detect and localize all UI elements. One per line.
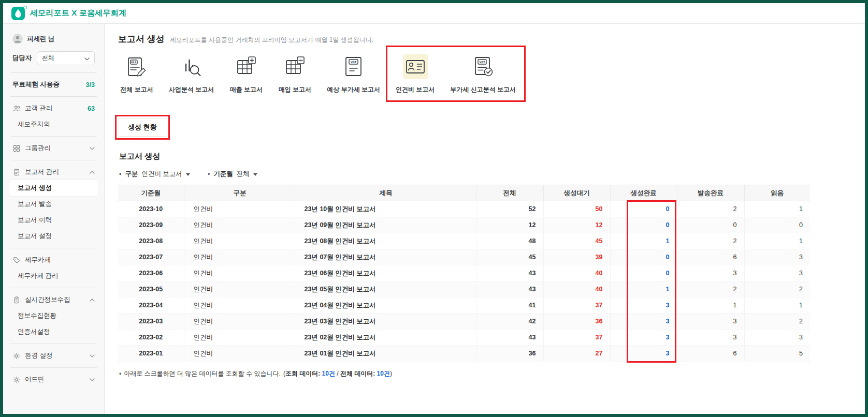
table-row[interactable]: 2023-06인건비23년 06월 인건비 보고서4340033: [118, 265, 810, 281]
cell-base-month: 2023-08: [118, 233, 184, 249]
sidebar-item-settings[interactable]: 환경 설정: [9, 348, 98, 364]
all-report-icon: ALL: [124, 54, 149, 79]
cell-category: 인건비: [184, 265, 296, 281]
tab-strip: 생성 현황: [118, 115, 851, 141]
report-type-label: 전체 보고서: [120, 85, 153, 94]
purchase-report-icon: [282, 54, 307, 79]
cell-category: 인건비: [184, 249, 296, 265]
cell-base-month: 2023-07: [118, 249, 184, 265]
column-header: 제목: [296, 185, 476, 201]
cell-title: 23년 01월 인건비 보고서: [296, 346, 476, 362]
app-logo-icon[interactable]: [11, 7, 25, 20]
sidebar-item-realtime[interactable]: 실시간정보수집: [9, 292, 98, 308]
report-type-labor-cost[interactable]: 인건비 보고서: [396, 54, 435, 94]
cell-sent: 3: [677, 265, 744, 281]
gear-icon: [12, 376, 21, 383]
report-type-label: 인건비 보고서: [396, 85, 435, 94]
tag-icon: [12, 257, 21, 264]
filter-report-type[interactable]: • 구분 인건비 보고서: [119, 170, 190, 178]
table-row[interactable]: 2023-09인건비23년 09월 인건비 보고서1212000: [118, 217, 810, 233]
table-row[interactable]: 2023-03인건비23년 03월 인건비 보고서4236332: [118, 314, 810, 330]
sidebar: 피세린 님 담당자 전체 무료체험 사용중 3/3: [3, 24, 105, 414]
table-row[interactable]: 2023-08인건비23년 08월 인건비 보고서4845121: [118, 233, 810, 249]
cell-pending: 27: [543, 346, 610, 362]
app-title: 세모리포트 X 로움세무회계: [30, 8, 126, 18]
bullet: •: [119, 171, 121, 178]
divider: [10, 344, 97, 344]
table-row[interactable]: 2023-01인건비23년 01월 인건비 보고서3627365: [118, 346, 810, 362]
cell-sent: 6: [677, 346, 744, 362]
user-profile[interactable]: 피세린 님: [9, 30, 98, 48]
svg-text:VAT: VAT: [479, 61, 485, 64]
table-row[interactable]: 2023-02인건비23년 02월 인건비 보고서4337333: [118, 330, 810, 346]
sidebar-item-report-history[interactable]: 보고서 이력: [9, 212, 98, 228]
cell-read: 2: [744, 281, 810, 297]
table-row[interactable]: 2023-05인건비23년 05월 인건비 보고서4340122: [118, 281, 810, 297]
sidebar-item-cafe[interactable]: 세무카페: [9, 252, 98, 268]
admin-label: 어드민: [25, 375, 45, 384]
cell-title: 23년 09월 인건비 보고서: [296, 217, 476, 233]
report-table-wrap: 기준월구분제목전체생성대기생성완료발송완료읽음 2023-10인건비23년 10…: [118, 185, 810, 362]
cell-sent: 2: [677, 233, 744, 249]
cell-total: 48: [476, 233, 543, 249]
cell-sent: 3: [677, 330, 744, 346]
cell-total: 42: [476, 314, 543, 330]
cell-completed: 3: [610, 297, 677, 314]
table-row[interactable]: 2023-04인건비23년 04월 인건비 보고서4137311: [118, 297, 810, 314]
report-type-all[interactable]: ALL 전체 보고서: [120, 54, 153, 94]
cell-category: 인건비: [184, 233, 296, 249]
report-type-label: 예상 부가세 보고서: [327, 85, 380, 94]
caret-down-icon: [186, 173, 190, 176]
gear-icon: [12, 352, 21, 360]
cell-base-month: 2023-03: [118, 314, 184, 330]
cell-category: 인건비: [184, 297, 296, 314]
cell-completed: 3: [610, 314, 677, 330]
table-row[interactable]: 2023-07인건비23년 07월 인건비 보고서4539063: [118, 249, 810, 265]
sidebar-item-customers[interactable]: 고객 관리 63: [9, 100, 98, 116]
cell-base-month: 2023-01: [118, 346, 184, 362]
bullet: •: [208, 171, 210, 178]
column-header: 전체: [476, 185, 543, 201]
footer-note-label: 조회 데이터:: [285, 370, 320, 377]
sidebar-item-report-settings[interactable]: 보고서 설정: [9, 228, 98, 244]
sidebar-item-admin[interactable]: 어드민: [9, 371, 98, 388]
cell-base-month: 2023-02: [118, 330, 184, 346]
customers-count: 63: [88, 105, 95, 112]
cell-completed: 0: [610, 201, 677, 217]
report-type-business-analysis[interactable]: 사업분석 보고서: [169, 54, 214, 94]
cell-completed: 3: [610, 346, 677, 362]
report-type-vat-estimate[interactable]: VAT 예상 부가세 보고서: [327, 54, 380, 94]
people-icon: [12, 105, 21, 112]
sidebar-item-info-status[interactable]: 정보수집현황: [9, 308, 98, 324]
footer-note-detail: (조회 데이터: 10건 / 전체 데이터: 10건): [283, 369, 392, 378]
cafe-label: 세무카페: [25, 256, 51, 264]
cell-total: 45: [476, 249, 543, 265]
cell-title: 23년 04월 인건비 보고서: [296, 297, 476, 314]
manager-select[interactable]: 전체: [37, 51, 95, 65]
cell-completed: 0: [610, 249, 677, 265]
sidebar-item-cert-settings[interactable]: 인증서설정: [9, 324, 98, 340]
cell-sent: 2: [677, 201, 744, 217]
cell-read: 3: [744, 330, 810, 346]
sidebar-item-cafe-manage[interactable]: 세무카페 관리: [9, 268, 98, 284]
sidebar-item-reports[interactable]: 보고서 관리: [9, 164, 98, 180]
tab-generation-status[interactable]: 생성 현황: [119, 118, 166, 137]
caret-down-icon: [253, 173, 257, 176]
cell-title: 23년 02월 인건비 보고서: [296, 330, 476, 346]
filter-base-month[interactable]: • 기준월 전체: [208, 170, 257, 178]
user-avatar-icon: [12, 34, 23, 44]
report-table-body: 2023-10인건비23년 10월 인건비 보고서52500212023-09인…: [118, 201, 810, 362]
report-type-purchase[interactable]: 매입 보고서: [278, 54, 311, 94]
report-type-vat-analysis[interactable]: VAT 부가세 신고분석 보고서: [450, 54, 516, 94]
sidebar-item-report-create[interactable]: 보고서 생성: [9, 180, 98, 196]
table-row[interactable]: 2023-10인건비23년 10월 인건비 보고서5250021: [118, 201, 810, 217]
page-title: 보고서 생성: [118, 33, 165, 45]
cell-base-month: 2023-06: [118, 265, 184, 281]
sidebar-item-report-send[interactable]: 보고서 발송: [9, 196, 98, 212]
sidebar-item-groups[interactable]: 그룹관리: [9, 140, 98, 156]
cell-category: 인건비: [184, 201, 296, 217]
cell-pending: 45: [543, 233, 610, 249]
cell-pending: 37: [543, 297, 610, 314]
sidebar-item-semo-doctor[interactable]: 세모주치의: [9, 116, 98, 132]
report-type-sales[interactable]: 매출 보고서: [229, 54, 263, 94]
